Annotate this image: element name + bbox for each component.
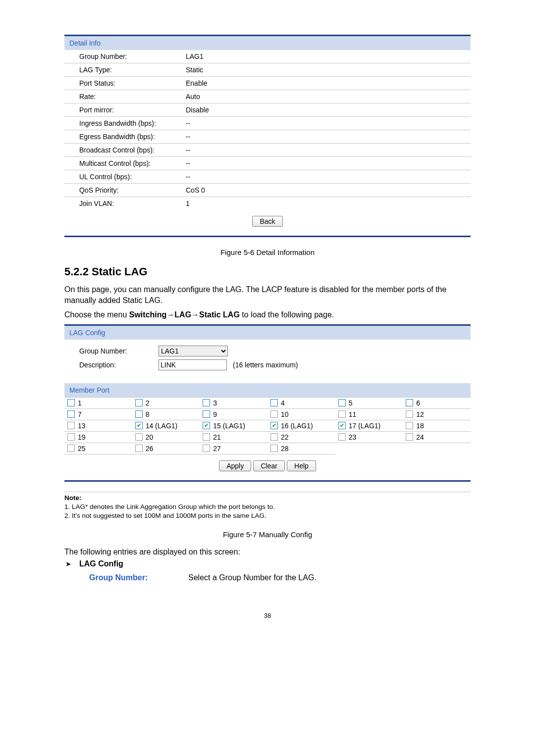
port-checkbox[interactable] [406,399,413,406]
lag-config-bullet-text: LAG Config [79,559,123,568]
detail-info-label: QoS Priority: [79,186,186,194]
member-port-cell: 21 [200,432,268,443]
port-checkbox[interactable] [203,399,210,406]
para2-pre: Choose the menu [64,310,129,319]
group-number-select[interactable]: LAG1 [159,346,228,356]
detail-info-label: LAG Type: [79,66,186,74]
back-button[interactable]: Back [252,216,282,227]
member-port-header: Member Port [64,383,471,397]
port-checkbox[interactable] [203,433,210,441]
definition-desc: Select a Group Number for the LAG. [188,573,471,582]
port-checkbox[interactable] [203,445,210,452]
port-label: 9 [213,410,217,418]
lag-config-bullet: ➤ LAG Config [65,559,471,568]
port-checkbox[interactable] [135,433,143,441]
detail-info-label: Broadcast Control (bps): [79,146,186,154]
detail-info-label: Port mirror: [79,106,186,114]
port-label: 23 [349,433,357,441]
port-label: 2 [146,399,150,407]
member-port-cell: 22 [268,432,335,443]
port-label: 6 [416,399,420,407]
port-checkbox[interactable] [135,410,143,418]
port-label: 4 [281,399,285,407]
port-checkbox[interactable] [270,445,278,452]
detail-info-value: LAG1 [186,52,471,60]
port-label: 25 [78,445,86,453]
apply-button[interactable]: Apply [219,460,251,471]
port-label: 20 [146,433,154,441]
arrow-icon: ➤ [65,560,71,568]
detail-info-value: Static [186,66,471,74]
detail-info-label: Multicast Control (bps): [79,159,186,167]
port-checkbox[interactable] [406,433,413,441]
description-label: Description: [79,361,159,369]
member-port-cell: 3 [200,398,268,409]
member-port-cell: 13 [64,420,132,432]
detail-info-value: Auto [186,93,471,101]
description-hint: (16 letters maximum) [233,361,298,369]
port-checkbox[interactable] [67,445,75,452]
lag-config-panel: LAG Config Group Number: LAG1 Descriptio… [64,324,471,482]
member-port-cell: 4 [268,398,335,409]
detail-info-label: Port Status: [79,79,186,87]
port-checkbox[interactable] [135,445,143,452]
port-label: 22 [281,433,289,441]
port-checkbox[interactable] [270,433,278,441]
detail-info-row: QoS Priority:CoS 0 [64,184,471,197]
port-checkbox[interactable]: ✔ [270,422,278,429]
port-label: 27 [213,445,221,453]
port-checkbox[interactable]: ✔ [203,422,210,429]
detail-info-value: -- [186,119,471,127]
port-label: 18 [416,422,424,430]
detail-info-label: Ingress Bandwidth (bps): [79,119,186,127]
port-label: 17 (LAG1) [349,422,381,430]
port-checkbox[interactable]: ✔ [338,422,346,429]
definition-term: Group Number: [89,573,188,582]
member-port-cell: ✔15 (LAG1) [200,420,268,432]
detail-info-value: -- [186,173,471,181]
member-port-cell: 20 [132,432,200,443]
port-checkbox[interactable] [135,399,143,406]
member-port-cell: 9 [200,409,268,420]
para2-post: to load the following page. [240,310,334,319]
port-checkbox[interactable] [338,433,346,441]
member-port-cell: ✔17 (LAG1) [335,420,403,432]
detail-info-row: Join VLAN:1 [64,197,471,210]
port-checkbox[interactable]: ✔ [135,422,143,429]
member-port-cell: 19 [64,432,132,443]
port-label: 19 [78,433,86,441]
detail-info-header: Detail Info [64,36,471,50]
description-input[interactable] [159,359,227,370]
detail-info-panel: Detail Info Group Number:LAG1LAG Type:St… [64,35,471,237]
member-port-cell: 12 [403,409,471,420]
port-checkbox[interactable] [338,410,346,418]
port-label: 21 [213,433,221,441]
detail-info-row: Multicast Control (bps):-- [64,157,471,170]
member-port-cell: 27 [200,443,268,454]
detail-info-row: Ingress Bandwidth (bps):-- [64,117,471,130]
port-checkbox[interactable] [270,399,278,406]
port-label: 3 [213,399,217,407]
port-label: 14 (LAG1) [146,422,178,430]
member-port-cell: 8 [132,409,200,420]
port-checkbox[interactable] [406,410,413,418]
definition-row: Group Number: Select a Group Number for … [89,573,471,582]
port-checkbox[interactable] [67,422,75,429]
section-para-2: Choose the menu Switching→LAG→Static LAG… [64,309,471,320]
port-checkbox[interactable] [67,433,75,441]
detail-info-value: -- [186,133,471,141]
port-checkbox[interactable] [203,410,210,418]
port-label: 26 [146,445,154,453]
port-checkbox[interactable] [270,410,278,418]
port-checkbox[interactable] [338,399,346,406]
help-button[interactable]: Help [287,460,316,471]
port-checkbox[interactable] [67,399,75,406]
para2-bold: Switching→LAG→Static LAG [129,310,240,319]
port-checkbox[interactable] [406,422,413,429]
detail-info-row: Egress Bandwidth (bps):-- [64,130,471,144]
member-port-cell: 1 [64,398,132,409]
member-port-cell: 10 [268,409,335,420]
detail-info-label: Rate: [79,93,186,101]
port-checkbox[interactable] [67,410,75,418]
clear-button[interactable]: Clear [253,460,284,471]
